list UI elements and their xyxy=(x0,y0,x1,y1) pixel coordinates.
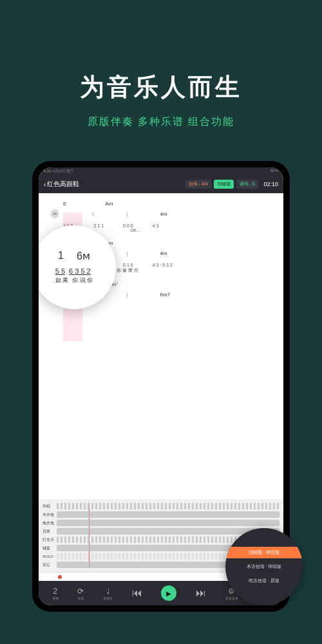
track-label[interactable]: 贝斯 xyxy=(43,528,54,535)
chord: Am xyxy=(105,201,113,207)
key-tag[interactable]: 调号 - E xyxy=(236,180,259,189)
zoom-notes: 5 5 xyxy=(55,267,65,275)
track-label[interactable]: 键盘 xyxy=(43,545,54,551)
notation: 0 1 5 xyxy=(123,263,133,267)
zoom-degree: 6ᴍ xyxy=(77,250,90,262)
speed-control[interactable]: ⟳ 变速 xyxy=(77,587,84,600)
speed-icon: ⟳ xyxy=(77,587,84,596)
notation: 4 3 · 5 3 2 xyxy=(153,263,173,267)
notation: 2 1 1 xyxy=(94,223,104,228)
top-bar: ‹ 红色高跟鞋 拍号 - 4/4 功能谱 调号 - E 02:10 xyxy=(39,175,283,193)
degree: 6m7 xyxy=(160,292,171,298)
control-label: 变调夹 xyxy=(103,596,113,600)
sheet-type-tag[interactable]: 功能谱 xyxy=(214,180,234,189)
sheet-option[interactable]: 电吉他谱 · 原版 xyxy=(225,575,303,587)
control-label: 变调 xyxy=(52,596,59,600)
lyric: Oh... xyxy=(130,228,140,232)
notation: 4 3 xyxy=(153,223,159,228)
transpose-control[interactable]: 2 变调 xyxy=(52,587,59,600)
back-button[interactable]: ‹ 红色高跟鞋 xyxy=(44,180,79,189)
score-area[interactable]: EAm 491|4m 3 3 5·2 1 10 0 04 3 Ah...Oh..… xyxy=(39,193,283,499)
track-label[interactable]: 导唱 xyxy=(43,503,54,509)
track-label[interactable]: 打击乐 xyxy=(43,536,54,543)
time-signature-tag[interactable]: 拍号 - 4/4 xyxy=(185,180,211,189)
transpose-value: 2 xyxy=(53,587,57,596)
waveform xyxy=(57,503,279,509)
next-icon[interactable]: ⏭ xyxy=(196,587,206,599)
zoom-lyrics: 如 果 xyxy=(55,276,69,285)
degree: 4m xyxy=(160,251,167,256)
sheet-option[interactable]: 功能谱 · 和弦版 xyxy=(225,547,303,558)
status-left: 5:05 4月27日周三 xyxy=(44,169,74,174)
play-button[interactable]: ▶ xyxy=(161,585,176,601)
hero-title: 为音乐人而生 xyxy=(0,71,322,104)
waveform xyxy=(57,511,279,518)
zoom-degree: 1 xyxy=(58,250,64,262)
tune-icon: ♩ xyxy=(106,587,110,596)
chord: E xyxy=(63,201,66,207)
capo-control[interactable]: ♩ 变调夹 xyxy=(103,587,113,600)
status-right: 80% xyxy=(270,169,278,174)
degree: 1 xyxy=(91,211,94,217)
zoom-lyrics: 你 说 你 xyxy=(72,276,93,285)
track-labels: 导唱 木吉他 电吉他 贝斯 打击乐 键盘 SOLO 其它 xyxy=(43,503,54,568)
status-bar: 5:05 4月27日周三 80% xyxy=(39,167,283,175)
waveform xyxy=(57,520,279,526)
degree: 4m xyxy=(160,211,167,217)
track-label[interactable]: 木吉他 xyxy=(43,511,54,518)
tablet-frame: 5:05 4月27日周三 80% ‹ 红色高跟鞋 拍号 - 4/4 功能谱 调号… xyxy=(32,161,290,612)
control-label: 音轨设置 xyxy=(225,596,238,600)
prev-icon[interactable]: ⏮ xyxy=(132,587,142,599)
chevron-left-icon: ‹ xyxy=(44,181,46,188)
track-label[interactable]: SOLO xyxy=(43,553,54,560)
control-label: 变速 xyxy=(77,596,84,600)
sheet-option[interactable]: 木吉他谱 · 弹唱版 xyxy=(225,561,303,573)
track-label[interactable]: 其它 xyxy=(43,562,54,568)
notation: 0 0 0 xyxy=(123,223,133,228)
track-label[interactable]: 电吉他 xyxy=(43,520,54,526)
sheet-selector-popup: 功能谱 · 和弦版 木吉他谱 · 弹唱版 电吉他谱 · 原版 xyxy=(225,528,303,605)
hero-subtitle: 原版伴奏 多种乐谱 组合功能 xyxy=(0,115,322,129)
song-title: 红色高跟鞋 xyxy=(47,180,79,189)
playhead-marker[interactable] xyxy=(58,575,62,579)
measure-number: 49 xyxy=(50,209,59,218)
elapsed-time: 02:10 xyxy=(263,181,278,187)
zoom-notes: 6 3 5 2 xyxy=(69,267,91,275)
